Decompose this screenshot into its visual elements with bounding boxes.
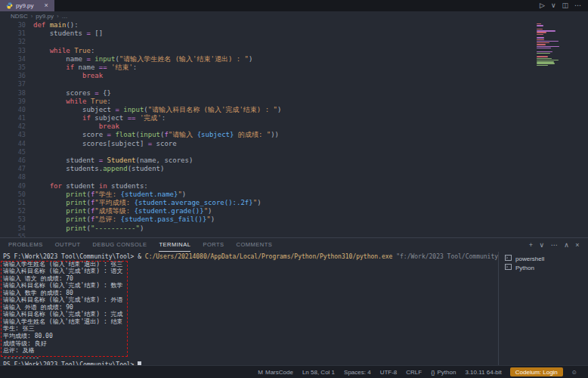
panel-action-bar: +∨⋯∧×	[529, 238, 580, 252]
code-line: 46 student = Student(name, scores)	[0, 156, 588, 165]
code-line: 44 scores[subject] = score	[0, 140, 588, 148]
status-cursor-position[interactable]: Ln 58, Col 1	[298, 366, 339, 378]
close-tab-icon[interactable]: ×	[45, 2, 48, 9]
code-line: 41 if subject == '完成':	[0, 114, 588, 122]
code-lines: 30def main():31 students = []3233 while …	[0, 21, 588, 237]
code-line: 40 subject = input("请输入科目名称 (输入'完成'结束) :…	[0, 106, 588, 114]
status-codeium-login[interactable]: Codeium: Login	[510, 367, 563, 376]
status-marscode[interactable]: MMarsCode	[253, 366, 298, 378]
line-number: 35	[0, 64, 33, 72]
code-editor[interactable]: 30def main():31 students = []3233 while …	[0, 21, 588, 237]
terminal-icon	[505, 255, 512, 262]
panel-body: PS F:\Work\2023 Tool\Community\Tool> & C…	[0, 252, 588, 366]
breadcrumb-item[interactable]: py9.py	[36, 13, 54, 20]
terminal-output-line: 请输入科目名称 (输入'完成'结束) : 语文	[3, 268, 498, 275]
breadcrumb-separator: ›	[31, 13, 33, 20]
terminal-output-line: 请输入科目名称 (输入'完成'结束) : 外语	[3, 296, 498, 304]
line-number: 41	[0, 114, 33, 122]
terminal-output-line: 总评: 及格	[3, 347, 498, 355]
panel-tab-ports[interactable]: PORTS	[203, 238, 224, 252]
terminal-output-line: 请输入科目名称 (输入'完成'结束) : 完成	[3, 311, 498, 318]
code-line: 31 students = []	[0, 29, 588, 38]
line-number: 38	[0, 89, 33, 98]
line-number: 49	[0, 182, 33, 191]
marscode-icon: M	[258, 369, 263, 376]
line-number: 33	[0, 47, 33, 55]
vscode-window: py9.py × ▷∨◫⋯ NDSC›py9.py›… 30def main()…	[0, 0, 588, 378]
status-encoding[interactable]: UTF-8	[376, 366, 402, 378]
line-number: 52	[0, 207, 33, 215]
code-line: 47 students.append(student)	[0, 165, 588, 173]
panel-tab-problems[interactable]: PROBLEMS	[8, 238, 43, 252]
line-number: 46	[0, 156, 33, 165]
terminal-output-line: 请输入 语文 的成绩: 70	[3, 275, 498, 283]
chevron-down-icon[interactable]: ∨	[551, 2, 556, 9]
terminal-output-line: 学生: 张三	[3, 325, 498, 333]
terminal-output[interactable]: PS F:\Work\2023 Tool\Community\Tool> & C…	[0, 252, 498, 366]
line-number: 51	[0, 199, 33, 207]
plus-icon[interactable]: +	[529, 242, 534, 249]
tab-py9[interactable]: py9.py ×	[0, 0, 54, 11]
status-indentation[interactable]: Spaces: 4	[339, 366, 376, 378]
code-line: 34 name = input("请输入学生姓名 (输入'结束'退出) : ")	[0, 55, 588, 64]
minimap[interactable]	[537, 23, 559, 68]
line-number: 44	[0, 140, 33, 148]
python-icon	[6, 2, 13, 9]
line-number: 45	[0, 148, 33, 156]
code-line: 35 if name == '结束':	[0, 64, 588, 72]
status-eol-sequence[interactable]: CRLF	[401, 366, 426, 378]
panel-tab-bar: PROBLEMSOUTPUTDEBUG CONSOLETERMINALPORTS…	[0, 238, 588, 252]
status-language-mode[interactable]: {}Python	[426, 366, 460, 378]
code-line: 36 break	[0, 72, 588, 80]
line-number: 37	[0, 80, 33, 88]
terminal-session-powershell[interactable]: powershell	[499, 254, 588, 263]
terminal-output-line: 请输入 外语 的成绩: 90	[3, 304, 498, 311]
line-number: 42	[0, 122, 33, 131]
code-line: 48	[0, 173, 588, 181]
terminal-output-line: 请输入 数学 的成绩: 80	[3, 290, 498, 297]
terminal-output-line: 请输入学生姓名 (输入'结束'退出) : 张三	[3, 261, 498, 268]
line-number: 54	[0, 225, 33, 233]
code-line: 54 print("----------")	[0, 225, 588, 233]
line-number: 50	[0, 191, 33, 199]
code-line: 43 score = float(input(f"请输入 {subject} 的…	[0, 131, 588, 139]
tab-title: py9.py	[16, 2, 34, 9]
panel-tab-comments[interactable]: COMMENTS	[237, 238, 273, 252]
panel-tab-output[interactable]: OUTPUT	[55, 238, 81, 252]
braces-icon: {}	[431, 369, 435, 376]
terminal-output-line: 请输入科目名称 (输入'完成'结束) : 数学	[3, 282, 498, 290]
code-line: 37	[0, 80, 588, 88]
code-line: 33 while True:	[0, 47, 588, 55]
panel-tab-debug-console[interactable]: DEBUG CONSOLE	[93, 238, 147, 252]
code-line: 32	[0, 38, 588, 46]
status-bar: MMarsCodeLn 58, Col 1Spaces: 4UTF-8CRLF{…	[0, 365, 588, 378]
terminal-output-line: 请输入学生姓名 (输入'结束'退出) : 结束	[3, 318, 498, 326]
line-number: 31	[0, 29, 33, 38]
panel-tab-terminal[interactable]: TERMINAL	[159, 238, 190, 252]
line-number: 48	[0, 173, 33, 181]
code-line: 39 while True:	[0, 98, 588, 106]
terminal-session-list: powershellPython	[498, 252, 588, 366]
breadcrumb-item[interactable]: …	[62, 13, 68, 20]
chevron-down-icon[interactable]: ∨	[540, 242, 545, 249]
terminal-session-python[interactable]: Python	[499, 263, 588, 272]
code-line: 51 print(f"平均成绩: {student.average_score(…	[0, 199, 588, 207]
editor-tab-bar: py9.py × ▷∨◫⋯	[0, 0, 588, 11]
line-number: 30	[0, 21, 33, 29]
feedback-icon: ☺	[571, 369, 577, 376]
code-line: 38 scores = {}	[0, 89, 588, 98]
code-line: 49 for student in students:	[0, 182, 588, 191]
line-number: 32	[0, 38, 33, 46]
more-icon[interactable]: ⋯	[574, 2, 581, 9]
close-icon[interactable]: ×	[575, 242, 580, 249]
code-line: 52 print(f"成绩等级: {student.grade()}")	[0, 207, 588, 215]
status-python-interpreter[interactable]: 3.10.11 64-bit	[460, 366, 506, 378]
more-icon[interactable]: ⋯	[551, 242, 559, 249]
run-icon[interactable]: ▷	[540, 2, 545, 9]
code-line: 50 print(f"学生: {student.name}")	[0, 191, 588, 199]
chevron-up-icon[interactable]: ∧	[564, 242, 569, 249]
line-number: 36	[0, 72, 33, 80]
split-editor-icon[interactable]: ◫	[562, 2, 568, 9]
status-feedback[interactable]: ☺	[567, 366, 582, 378]
breadcrumb-item[interactable]: NDSC	[11, 13, 28, 20]
